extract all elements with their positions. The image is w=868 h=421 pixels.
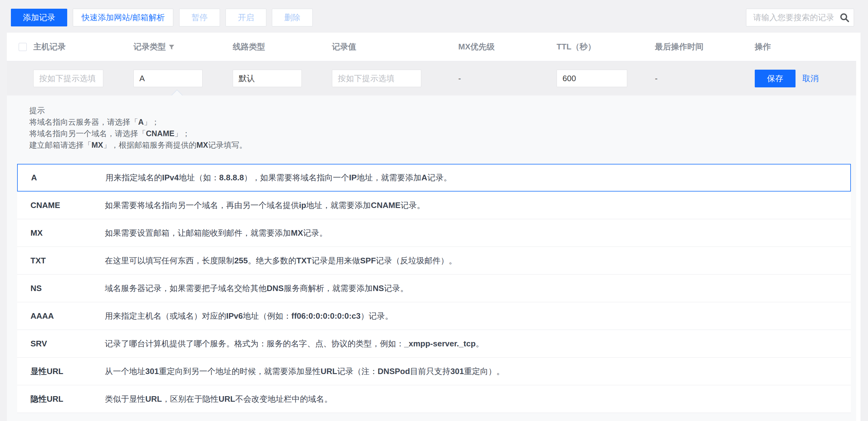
search-icon[interactable] (840, 13, 850, 23)
column-actions: 操作 (755, 41, 861, 52)
record-type-desc: 用来指定主机名（或域名）对应的IPv6地址（例如：ff06:0:0:0:0:0:… (105, 311, 851, 322)
enable-button[interactable]: 开启 (225, 9, 266, 26)
tips-title: 提示 (29, 105, 861, 116)
column-host-record: 主机记录 (33, 41, 133, 52)
record-type-desc: 从一个地址301重定向到另一个地址的时候，就需要添加显性URL记录（注：DNSP… (105, 366, 851, 377)
column-record-type: 记录类型 (133, 41, 233, 52)
record-type-row-TXT[interactable]: TXT在这里可以填写任何东西，长度限制255。绝大多数的TXT记录是用来做SPF… (17, 247, 851, 274)
select-all-checkbox[interactable] (19, 43, 27, 51)
cancel-link[interactable]: 取消 (802, 73, 818, 84)
record-type-row-NS[interactable]: NS域名服务器记录，如果需要把子域名交给其他DNS服务商解析，就需要添加NS记录… (17, 274, 851, 302)
help-section: 提示 将域名指向云服务器，请选择「A」；将域名指向另一个域名，请选择「CNAME… (7, 95, 861, 421)
quick-add-button[interactable]: 快速添加网站/邮箱解析 (73, 9, 173, 26)
ttl-input[interactable] (557, 70, 627, 87)
host-record-input[interactable] (33, 70, 103, 87)
record-type-desc: 在这里可以填写任何东西，长度限制255。绝大多数的TXT记录是用来做SPF记录（… (105, 255, 851, 266)
tip-line: 将域名指向云服务器，请选择「A」； (29, 116, 861, 128)
last-op-time-value: - (655, 74, 755, 83)
record-type-desc: 记录了哪台计算机提供了哪个服务。格式为：服务的名字、点、协议的类型，例如：_xm… (105, 338, 851, 349)
record-type-desc: 域名服务器记录，如果需要把子域名交给其他DNS服务商解析，就需要添加NS记录。 (105, 283, 851, 294)
filter-icon[interactable] (169, 42, 175, 52)
toolbar: 添加记录 快速添加网站/邮箱解析 暂停 开启 删除 (0, 0, 868, 26)
column-ttl: TTL（秒） (557, 41, 655, 52)
record-type-row-CNAME[interactable]: CNAME如果需要将域名指向另一个域名，再由另一个域名提供ip地址，就需要添加C… (17, 192, 851, 219)
tip-line: 将域名指向另一个域名，请选择「CNAME」； (29, 128, 861, 139)
record-type-row-AAAA[interactable]: AAAA用来指定主机名（或域名）对应的IPv6地址（例如：ff06:0:0:0:… (17, 302, 851, 330)
record-type-name: AAAA (17, 311, 105, 321)
column-record-value: 记录值 (332, 41, 458, 52)
scrollbar-track[interactable] (856, 33, 861, 421)
delete-button[interactable]: 删除 (272, 9, 313, 26)
record-type-row-MX[interactable]: MX如果需要设置邮箱，让邮箱能收到邮件，就需要添加MX记录。 (17, 219, 851, 247)
column-line-type: 线路类型 (233, 41, 332, 52)
record-type-name: 隐性URL (17, 394, 105, 404)
record-type-name: A (18, 173, 105, 183)
record-type-name: MX (17, 228, 105, 238)
table-header: 主机记录 记录类型 线路类型 记录值 MX优先级 TTL（秒） 最后操作时间 操… (7, 33, 861, 61)
dns-records-page: 添加记录 快速添加网站/邮箱解析 暂停 开启 删除 主机记录 记录类型 (0, 0, 868, 421)
save-button[interactable]: 保存 (755, 70, 796, 87)
record-type-row-SRV[interactable]: SRV记录了哪台计算机提供了哪个服务。格式为：服务的名字、点、协议的类型，例如：… (17, 330, 851, 358)
search-box (746, 9, 854, 26)
record-value-input[interactable] (332, 70, 421, 87)
record-type-name: SRV (17, 339, 105, 349)
column-last-op-time: 最后操作时间 (655, 41, 755, 52)
search-input[interactable] (746, 9, 854, 26)
record-type-name: TXT (17, 256, 105, 265)
record-type-list: A用来指定域名的IPv4地址（如：8.8.8.8），如果需要将域名指向一个IP地… (17, 164, 851, 413)
record-type-desc: 如果需要将域名指向另一个域名，再由另一个域名提供ip地址，就需要添加CNAME记… (105, 200, 851, 211)
record-type-row-显性URL[interactable]: 显性URL从一个地址301重定向到另一个地址的时候，就需要添加显性URL记录（注… (17, 358, 851, 385)
record-type-name: 显性URL (17, 366, 105, 377)
record-type-desc: 用来指定域名的IPv4地址（如：8.8.8.8），如果需要将域名指向一个IP地址… (105, 172, 850, 183)
record-type-row-A[interactable]: A用来指定域名的IPv4地址（如：8.8.8.8），如果需要将域名指向一个IP地… (17, 164, 851, 192)
record-type-name: NS (17, 284, 105, 293)
pause-button[interactable]: 暂停 (179, 9, 220, 26)
record-type-name: CNAME (17, 200, 105, 210)
line-type-select[interactable]: 默认 (233, 70, 302, 87)
record-type-desc: 如果需要设置邮箱，让邮箱能收到邮件，就需要添加MX记录。 (105, 228, 851, 238)
record-type-desc: 类似于显性URL，区别在于隐性URL不会改变地址栏中的域名。 (105, 394, 851, 404)
record-type-row-隐性URL[interactable]: 隐性URL类似于显性URL，区别在于隐性URL不会改变地址栏中的域名。 (17, 385, 851, 413)
add-record-button[interactable]: 添加记录 (11, 9, 67, 26)
records-panel: 主机记录 记录类型 线路类型 记录值 MX优先级 TTL（秒） 最后操作时间 操… (7, 33, 861, 421)
tips-block: 提示 将域名指向云服务器，请选择「A」；将域名指向另一个域名，请选择「CNAME… (7, 95, 861, 151)
tip-line: 建立邮箱请选择「MX」，根据邮箱服务商提供的MX记录填写。 (29, 139, 861, 151)
record-edit-row: A 默认 - - 保存 取消 (7, 61, 861, 95)
tips-lines: 将域名指向云服务器，请选择「A」；将域名指向另一个域名，请选择「CNAME」；建… (29, 116, 861, 151)
column-mx-priority: MX优先级 (458, 41, 557, 52)
mx-priority-value: - (458, 74, 557, 83)
record-type-select[interactable]: A (133, 70, 203, 87)
